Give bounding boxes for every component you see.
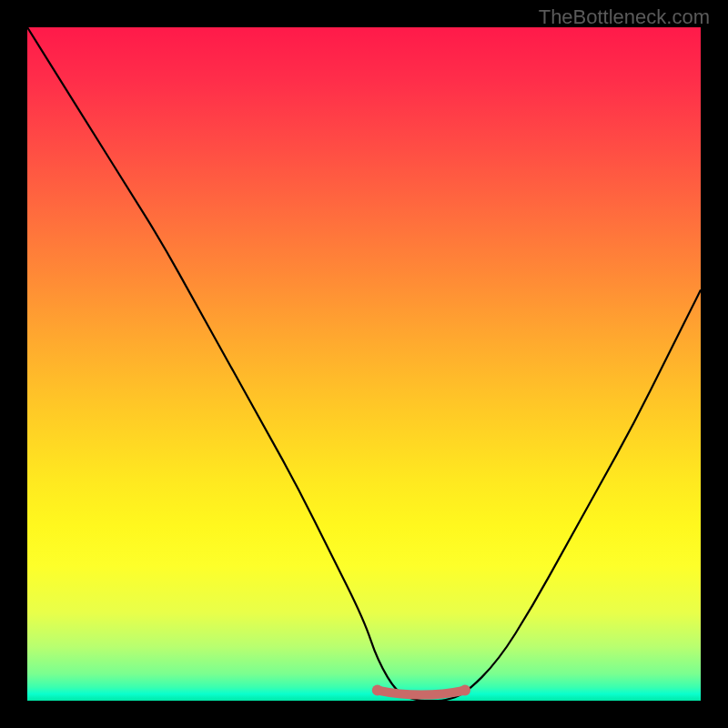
svg-point-1 [460,685,470,696]
svg-point-0 [372,685,383,696]
tolerance-band [27,27,701,701]
attribution-text: TheBottleneck.com [539,5,710,29]
plot-area [27,27,701,701]
